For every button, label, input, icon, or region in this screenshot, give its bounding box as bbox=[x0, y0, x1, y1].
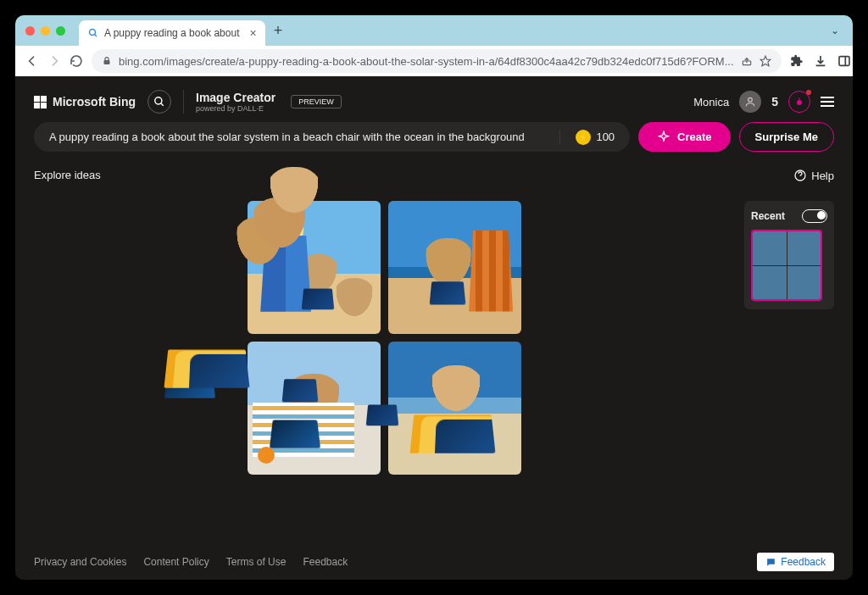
browser-tab[interactable]: A puppy reading a book about × bbox=[79, 20, 265, 46]
footer-link-privacy[interactable]: Privacy and Cookies bbox=[34, 556, 126, 568]
svg-rect-5 bbox=[839, 57, 849, 66]
reward-icon[interactable] bbox=[788, 91, 810, 113]
svg-point-12 bbox=[748, 97, 753, 102]
header-search-button[interactable] bbox=[147, 90, 171, 114]
boost-icon: ⚡ bbox=[576, 130, 591, 145]
feedback-button[interactable]: Feedback bbox=[757, 553, 834, 571]
url-bar: bing.com/images/create/a-puppy-reading-a… bbox=[15, 46, 853, 76]
brand-text: Microsoft Bing bbox=[53, 95, 136, 108]
app-content: Microsoft Bing Image Creator powered by … bbox=[15, 76, 853, 580]
explore-row: Explore ideas Help bbox=[15, 164, 853, 189]
explore-label[interactable]: Explore ideas bbox=[34, 169, 101, 182]
share-icon[interactable] bbox=[741, 55, 753, 67]
back-button[interactable] bbox=[25, 53, 39, 70]
feedback-btn-label: Feedback bbox=[781, 556, 826, 568]
svg-point-10 bbox=[155, 97, 162, 104]
window-controls bbox=[25, 26, 65, 36]
reward-points: 5 bbox=[771, 95, 778, 108]
sidebar-icon[interactable] bbox=[837, 54, 851, 68]
help-link[interactable]: Help bbox=[793, 169, 834, 182]
prompt-text: A puppy reading a book about the solar s… bbox=[34, 122, 559, 152]
downloads-icon[interactable] bbox=[814, 54, 827, 68]
create-label: Create bbox=[677, 131, 711, 143]
preview-badge: PREVIEW bbox=[291, 95, 342, 108]
url-input[interactable]: bing.com/images/create/a-puppy-reading-a… bbox=[92, 49, 782, 73]
close-tab-icon[interactable]: × bbox=[249, 26, 256, 40]
recent-thumbnail[interactable] bbox=[751, 230, 822, 301]
svg-line-1 bbox=[95, 35, 97, 37]
browser-window: A puppy reading a book about × + ⌄ bing.… bbox=[15, 15, 853, 580]
extension-icons bbox=[790, 52, 853, 70]
user-name[interactable]: Monica bbox=[693, 96, 729, 108]
reload-button[interactable] bbox=[70, 53, 83, 70]
url-text: bing.com/images/create/a-puppy-reading-a… bbox=[119, 55, 734, 68]
boost-counter[interactable]: ⚡ 100 bbox=[559, 130, 630, 145]
microsoft-icon bbox=[34, 96, 47, 108]
brand-logo[interactable]: Microsoft Bing bbox=[34, 95, 136, 108]
help-label: Help bbox=[811, 170, 834, 182]
main-area: Recent bbox=[15, 189, 853, 544]
minimize-window-button[interactable] bbox=[41, 26, 50, 36]
hamburger-menu-icon[interactable] bbox=[821, 97, 834, 107]
prompt-input[interactable]: A puppy reading a book about the solar s… bbox=[34, 122, 630, 152]
lock-icon bbox=[102, 56, 112, 66]
surprise-button[interactable]: Surprise Me bbox=[739, 122, 834, 152]
close-window-button[interactable] bbox=[25, 26, 35, 36]
footer-link-content[interactable]: Content Policy bbox=[143, 556, 209, 568]
generated-image-3[interactable] bbox=[248, 342, 381, 475]
generated-image-2[interactable] bbox=[388, 201, 521, 334]
extensions-icon[interactable] bbox=[790, 54, 804, 68]
new-tab-button[interactable]: + bbox=[274, 22, 283, 40]
user-avatar[interactable] bbox=[739, 91, 761, 113]
tab-overflow-icon[interactable]: ⌄ bbox=[831, 25, 843, 36]
svg-marker-4 bbox=[760, 56, 771, 66]
recent-label: Recent bbox=[751, 210, 785, 222]
prompt-bar: A puppy reading a book about the solar s… bbox=[34, 122, 834, 152]
image-grid bbox=[34, 189, 734, 544]
generated-image-4[interactable] bbox=[388, 342, 521, 475]
create-button[interactable]: Create bbox=[638, 122, 730, 152]
footer-link-terms[interactable]: Terms of Use bbox=[226, 556, 287, 568]
footer: Privacy and Cookies Content Policy Terms… bbox=[15, 544, 853, 580]
star-icon[interactable] bbox=[760, 55, 771, 67]
product-name: Image Creator bbox=[196, 91, 275, 104]
app-header: Microsoft Bing Image Creator powered by … bbox=[15, 76, 853, 122]
divider bbox=[183, 90, 184, 114]
recent-panel: Recent bbox=[744, 201, 834, 309]
title-bar: A puppy reading a book about × + ⌄ bbox=[15, 15, 853, 46]
svg-line-11 bbox=[161, 103, 164, 106]
maximize-window-button[interactable] bbox=[56, 26, 65, 36]
footer-link-feedback[interactable]: Feedback bbox=[303, 556, 348, 568]
header-right: Monica 5 bbox=[693, 91, 834, 113]
svg-rect-2 bbox=[104, 60, 110, 64]
product-subtitle: powered by DALL·E bbox=[196, 104, 275, 113]
boost-count: 100 bbox=[596, 131, 615, 143]
forward-button[interactable] bbox=[47, 53, 61, 70]
product-title[interactable]: Image Creator powered by DALL·E bbox=[196, 91, 275, 113]
search-icon bbox=[87, 27, 99, 39]
tab-title: A puppy reading a book about bbox=[104, 27, 239, 39]
recent-toggle[interactable] bbox=[802, 209, 827, 223]
svg-point-0 bbox=[90, 30, 96, 36]
surprise-label: Surprise Me bbox=[755, 131, 818, 143]
